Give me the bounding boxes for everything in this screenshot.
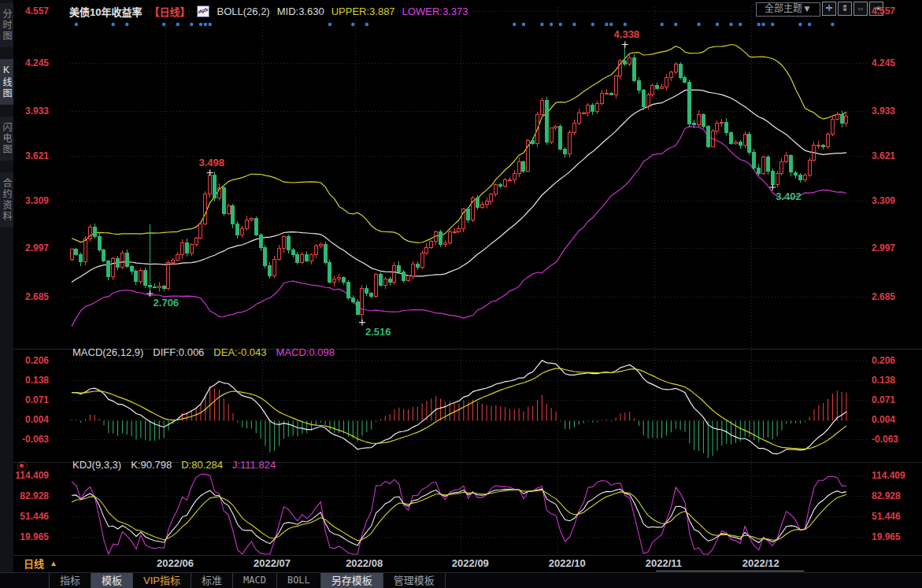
axis-tick-right: -0.063 [872, 434, 920, 445]
axis-tick-right: 3.933 [872, 105, 920, 116]
axis-tick-right: 51.446 [872, 511, 920, 522]
toolbar-tab-另存模板[interactable]: 另存模板 [321, 573, 383, 588]
axis-tick-left: 19.965 [11, 531, 49, 542]
axis-tick-left: 3.309 [11, 195, 49, 206]
fit-vertical-icon[interactable]: ⇕ [838, 2, 852, 16]
xaxis-month-label: 2022/06 [157, 557, 194, 569]
macd-dea-value: DEA:-0.043 [213, 346, 266, 358]
axis-tick-left: 0.004 [11, 414, 49, 425]
xaxis-month-label: 2022/07 [254, 557, 291, 569]
axis-tick-right: 19.965 [872, 531, 920, 542]
axis-tick-right: 4.557 [872, 6, 920, 17]
indicator-icon [197, 6, 209, 17]
xaxis-month-label: 2022/12 [742, 557, 779, 569]
main-chart-header: 美债10年收益率 【日线】 BOLL(26,2) MID:3.630 UPPER… [69, 4, 468, 19]
axis-tick-right: 3.309 [872, 195, 920, 206]
macd-name: MACD(26,12,9) [72, 346, 143, 358]
bottom-toolbar: 指标模板VIP指标标准MACDBOLL另存模板管理模板 [0, 572, 922, 588]
axis-tick-left: -0.063 [11, 434, 49, 445]
axis-tick-right: 2.685 [872, 291, 920, 302]
theme-selector-button[interactable]: 全部主题▼ [756, 2, 820, 17]
app-window: 3.4982.7062.5164.3383.402 分时图K线图闪电图合约资料 … [0, 0, 922, 588]
toolbar-tab-MACD[interactable]: MACD [233, 573, 277, 588]
axis-tick-left: 2.997 [11, 242, 49, 253]
axis-tick-right: 4.245 [872, 57, 920, 68]
macd-diff-value: DIFF:0.006 [153, 346, 204, 358]
axis-tick-right: 0.206 [872, 355, 920, 366]
kdj-d-value: D:80.284 [181, 459, 223, 471]
axis-tick-left: 114.409 [11, 470, 49, 481]
axis-tick-left: 2.685 [11, 291, 49, 302]
annotation-4.338: 4.338 [614, 28, 640, 40]
period-label: 日线 [24, 556, 44, 571]
annotation-3.498: 3.498 [198, 157, 224, 168]
toolbar-tab-BOLL[interactable]: BOLL [277, 573, 321, 588]
toolbar-tab-VIP指标[interactable]: VIP指标 [133, 573, 191, 588]
page-title: 美债10年收益率 [69, 4, 142, 19]
move-icon[interactable]: ✛ [822, 2, 836, 16]
axis-tick-right: 2.997 [872, 242, 920, 253]
annotation-2.706: 2.706 [154, 297, 180, 309]
xaxis-month-label: 2022/09 [452, 557, 489, 569]
axis-tick-left: 82.928 [11, 490, 49, 501]
axis-tick-left: 3.621 [11, 150, 49, 161]
axis-tick-left: 0.138 [11, 375, 49, 386]
scrollbar[interactable] [656, 571, 804, 571]
toolbar-tab-模板[interactable]: 模板 [91, 573, 133, 588]
kdj-k-value: K:90.798 [131, 459, 172, 471]
axis-tick-left: 51.446 [11, 511, 49, 522]
xaxis-month-label: 2022/10 [549, 557, 586, 569]
period-selector[interactable]: 日线 ▲ [24, 556, 57, 571]
boll-upper-value: UPPER:3.887 [331, 6, 395, 17]
toolbar-spacer [0, 573, 50, 588]
kdj-name: KDJ(9,3,3) [72, 459, 121, 471]
axis-tick-left: 4.245 [11, 57, 49, 68]
toolbar-tab-管理模板[interactable]: 管理模板 [383, 573, 446, 588]
annotation-3.402: 3.402 [776, 190, 802, 202]
axis-tick-right: 0.071 [872, 394, 920, 405]
boll-label: BOLL(26,2) [217, 6, 269, 17]
fit-horizontal-icon[interactable]: ⇔ [853, 2, 868, 16]
kdj-j-value: J:111.824 [232, 459, 276, 471]
macd-header: MACD(26,12,9) DIFF:0.006 DEA:-0.043 MACD… [72, 346, 335, 358]
kdj-header: KDJ(9,3,3) K:90.798 D:80.284 J:111.824 [72, 459, 276, 471]
annotation-2.516: 2.516 [365, 326, 391, 338]
axis-tick-right: 0.004 [872, 414, 920, 425]
axis-tick-left: 3.933 [11, 105, 49, 116]
xaxis-month-label: 2022/11 [646, 557, 682, 569]
period-tag: 【日线】 [149, 4, 190, 19]
period-arrow-icon: ▲ [50, 559, 57, 568]
axis-tick-right: 82.928 [872, 490, 920, 501]
boll-lower-value: LOWER:3.373 [402, 6, 468, 17]
macd-macd-value: MACD:0.098 [276, 346, 335, 358]
axis-tick-right: 3.621 [872, 150, 920, 161]
toolbar-tab-指标[interactable]: 指标 [50, 573, 91, 588]
axis-tick-right: 0.138 [872, 375, 920, 386]
axis-tick-left: 0.071 [11, 394, 49, 405]
xaxis-month-label: 2022/08 [346, 557, 383, 569]
axis-tick-right: 114.409 [872, 470, 920, 481]
axis-tick-left: 4.557 [11, 6, 49, 17]
chart-canvas[interactable]: 3.4982.7062.5164.3383.402 [0, 0, 922, 588]
toolbar-tab-标准[interactable]: 标准 [191, 573, 233, 588]
boll-mid-value: MID:3.630 [277, 6, 324, 17]
axis-tick-left: 0.206 [11, 355, 49, 366]
